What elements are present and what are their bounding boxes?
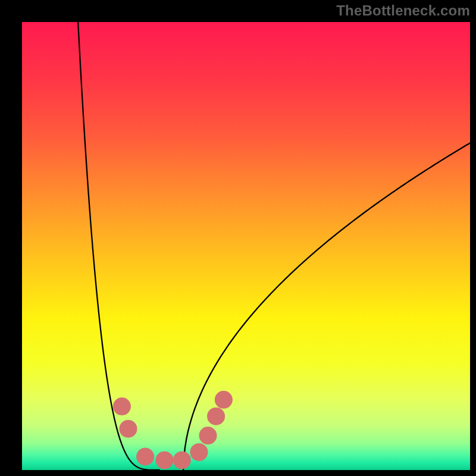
watermark-text: TheBottleneck.com [336,2,470,19]
marker-dot [199,427,217,444]
marker-dot [113,397,131,415]
bottleneck-chart [0,0,476,476]
marker-dot [207,408,225,425]
marker-dot [173,451,191,469]
marker-dot [215,391,233,409]
marker-dot [119,420,137,438]
marker-dot [190,443,208,461]
chart-frame: TheBottleneck.com [0,0,476,476]
marker-dot [136,447,154,465]
plot-background [22,22,470,470]
marker-dot [155,451,173,469]
